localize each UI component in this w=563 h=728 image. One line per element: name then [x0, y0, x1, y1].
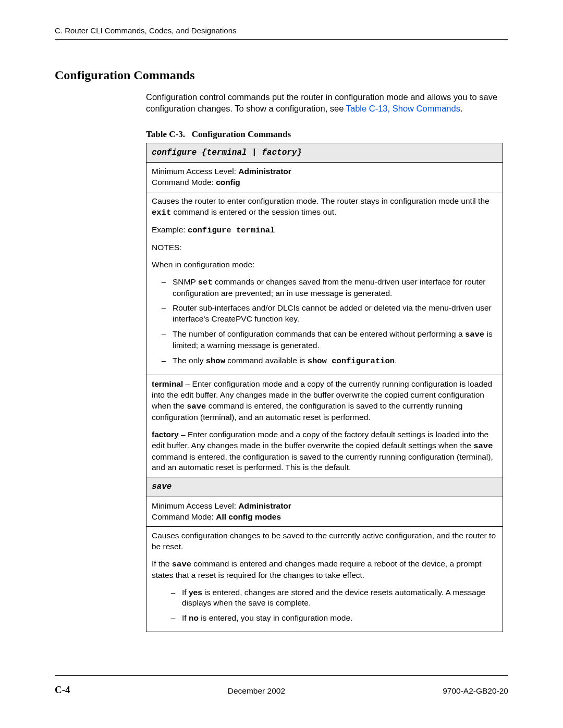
description-cell: Causes the router to enter configuration…: [146, 192, 503, 375]
footer-date: December 2002: [228, 686, 285, 696]
bullet-text: SNMP: [173, 277, 198, 286]
bullet-text: If: [182, 613, 189, 622]
list-item: The number of configuration commands tha…: [170, 329, 497, 351]
example-code: configure terminal: [188, 226, 275, 235]
caption-title: Configuration Commands: [192, 129, 291, 139]
bold-term: yes: [189, 588, 202, 597]
bullet-text: If: [182, 588, 189, 597]
factory-text: – Enter configuration mode and a copy of…: [152, 430, 488, 450]
inline-code: set: [198, 278, 213, 287]
notes-label: NOTES:: [152, 242, 497, 253]
table-row: Causes the router to enter configuration…: [146, 192, 503, 375]
table-row: Minimum Access Level: Administrator Comm…: [146, 163, 503, 192]
table-row: configure {terminal | factory}: [146, 143, 503, 163]
footer-rule: [55, 675, 508, 676]
command-name: configure {terminal | factory}: [152, 148, 302, 157]
caption-prefix: Table C-3.: [146, 129, 185, 139]
desc-text: If the: [152, 559, 172, 568]
example-line: Example: configure terminal: [152, 225, 497, 236]
desc-text: Causes the router to enter configuration…: [152, 196, 489, 205]
list-item: If yes is entered, changes are stored an…: [180, 587, 497, 609]
section-title: Configuration Commands: [55, 68, 508, 82]
inline-code: save: [187, 402, 206, 411]
access-value: Administrator: [238, 167, 291, 176]
table-row: terminal – Enter configuration mode and …: [146, 375, 503, 477]
running-header: C. Router CLI Commands, Codes, and Desig…: [55, 26, 508, 35]
list-item: Router sub-interfaces and/or DLCIs canno…: [170, 303, 497, 325]
page-number: C-4: [55, 684, 70, 696]
intro-paragraph: Configuration control commands put the r…: [146, 92, 508, 115]
desc-paragraph: Causes configuration changes to be saved…: [152, 530, 497, 552]
table-row: Minimum Access Level: Administrator Comm…: [146, 497, 503, 527]
access-value: Administrator: [238, 501, 291, 510]
factory-paragraph: factory – Enter configuration mode and a…: [152, 429, 497, 474]
bullet-text: is entered, you stay in configuration mo…: [199, 613, 353, 622]
bullet-text: is entered, changes are stored and the d…: [182, 588, 485, 608]
intro-after: .: [460, 104, 463, 113]
factory-label: factory: [152, 430, 179, 439]
page: C. Router CLI Commands, Codes, and Desig…: [0, 0, 563, 728]
bullet-text: command available is: [225, 356, 308, 365]
cross-reference-link[interactable]: Table C-13, Show Commands: [346, 104, 460, 113]
access-mode-cell: Minimum Access Level: Administrator Comm…: [146, 163, 503, 192]
mode-value: config: [216, 178, 240, 187]
table-row: Causes configuration changes to be saved…: [146, 526, 503, 632]
list-item: If no is entered, you stay in configurat…: [180, 613, 497, 624]
mode-label: Command Mode:: [152, 178, 216, 187]
notes-list: SNMP set commands or changes saved from …: [152, 277, 497, 367]
notes-list: If yes is entered, changes are stored an…: [152, 587, 497, 624]
factory-text: command is entered, the configuration is…: [152, 452, 493, 472]
list-item: SNMP set commands or changes saved from …: [170, 277, 497, 299]
access-mode-cell: Minimum Access Level: Administrator Comm…: [146, 497, 503, 527]
bullet-text: commands or changes saved from the menu-…: [173, 277, 486, 298]
bullet-text: The only: [173, 356, 206, 365]
command-name-cell: save: [146, 477, 503, 497]
notes-intro: When in configuration mode:: [152, 260, 497, 270]
header-rule: [55, 39, 508, 40]
terminal-paragraph: terminal – Enter configuration mode and …: [152, 379, 497, 423]
bullet-text: The number of configuration commands tha…: [173, 329, 465, 338]
terminal-factory-cell: terminal – Enter configuration mode and …: [146, 375, 503, 477]
command-name: save: [152, 482, 172, 491]
bullet-text: Router sub-interfaces and/or DLCIs canno…: [173, 303, 492, 323]
table-caption: Table C-3. Configuration Commands: [146, 129, 508, 140]
command-name-cell: configure {terminal | factory}: [146, 143, 503, 163]
access-label: Minimum Access Level:: [152, 167, 238, 176]
bold-term: no: [189, 613, 199, 622]
description-cell: Causes configuration changes to be saved…: [146, 526, 503, 632]
inline-code: exit: [152, 208, 171, 217]
access-label: Minimum Access Level:: [152, 501, 238, 510]
list-item: The only show command available is show …: [170, 355, 497, 367]
page-footer: C-4 December 2002 9700-A2-GB20-20: [55, 684, 508, 696]
inline-code: save: [473, 441, 493, 451]
configuration-commands-table: configure {terminal | factory} Minimum A…: [146, 143, 503, 633]
term-label: terminal: [152, 379, 183, 388]
desc-paragraph: Causes the router to enter configuration…: [152, 196, 497, 218]
table-row: save: [146, 477, 503, 497]
example-label: Example:: [152, 225, 188, 234]
bullet-text: .: [395, 356, 397, 365]
inline-code: show: [206, 356, 225, 366]
desc-text: command is entered or the session times …: [171, 207, 336, 216]
inline-code: save: [465, 330, 484, 339]
inline-code: save: [172, 560, 191, 569]
desc-text: command is entered and changes made requ…: [152, 559, 482, 579]
mode-value: All config modes: [216, 512, 281, 521]
mode-label: Command Mode:: [152, 512, 216, 521]
inline-code: show configuration: [308, 356, 395, 366]
document-id: 9700-A2-GB20-20: [443, 686, 508, 696]
desc-paragraph: If the save command is entered and chang…: [152, 559, 497, 581]
